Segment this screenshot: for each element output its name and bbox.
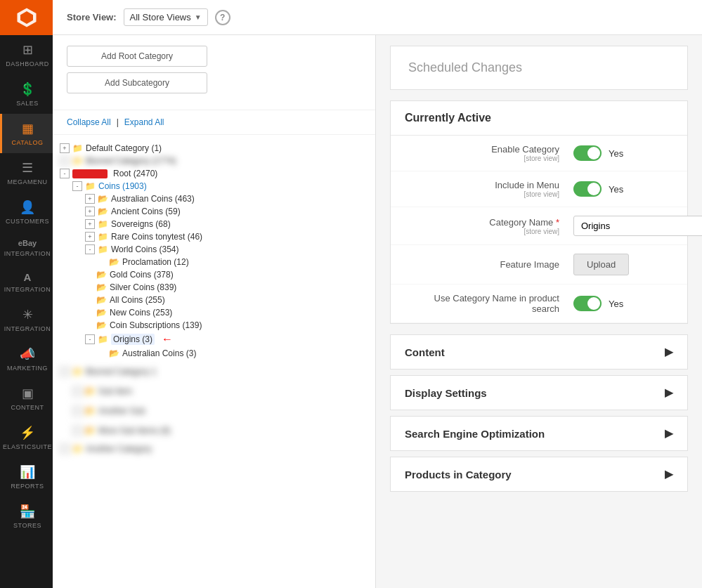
products-in-category-section: Products in Category ▶ [390,457,688,492]
tree-item-label: Proclamation (12) [122,257,189,267]
tree-controls-separator: | [117,117,119,127]
redacted-label [72,169,108,178]
tree-item-coin-subscriptions[interactable]: 📂 Coin Subscriptions (139) [85,319,368,332]
tree-item-label: Coins (1903) [98,181,147,191]
tree-item-australian-coins-origins[interactable]: 📂 Australian Coins (3) [98,347,368,360]
enable-category-toggle[interactable] [573,145,602,161]
sales-icon: 💲 [20,81,35,97]
sidebar-item-stores[interactable]: 🏪 STORES [0,497,53,536]
ebay-icon: eBay [18,239,37,247]
sidebar-item-content[interactable]: ▣ CONTENT [0,379,53,418]
use-category-name-toggle[interactable] [573,296,602,311]
expand-icon[interactable]: + [85,207,95,216]
use-category-name-label: Use Category Name in product search [405,293,573,314]
sidebar-item-label: CATALOG [11,139,43,146]
tree-item-coins[interactable]: - 📁 Coins (1903) [72,180,368,192]
scheduled-changes-box: Scheduled Changes [390,46,688,90]
products-in-category-header[interactable]: Products in Category ▶ [391,457,687,491]
sidebar-item-marketing[interactable]: 📣 MARKETING [0,339,53,379]
seo-section-header[interactable]: Search Engine Optimization ▶ [391,417,687,450]
collapse-all-link[interactable]: Collapse All [67,117,111,127]
tree-item-default[interactable]: + 📁 Default Category (1) [60,142,368,155]
integration-icon: ✳ [22,307,33,322]
add-root-category-button[interactable]: Add Root Category [67,46,207,67]
sidebar-item-label: INTEGRATION [4,286,51,293]
sidebar-item-customers[interactable]: 👤 CUSTOMERS [0,192,53,232]
expand-icon[interactable]: + [85,219,95,229]
expand-icon[interactable]: + [85,232,95,242]
sidebar-item-catalog[interactable]: ▦ CATALOG [0,114,53,153]
sidebar-item-label: SALES [16,100,39,107]
upload-button[interactable]: Upload [573,254,629,275]
category-name-value [573,216,702,236]
right-panel: Scheduled Changes Currently Active Enabl… [376,35,702,588]
include-in-menu-label: Include in Menu [store view] [405,180,573,198]
tree-item-root[interactable]: - Root (2470) [60,167,368,180]
enable-category-toggle-label: Yes [609,148,623,159]
store-view-value: All Store Views [130,12,191,22]
tree-item-australian-coins[interactable]: + 📂 Australian Coins (463) [85,192,368,205]
add-subcategory-button[interactable]: Add Subcategory [67,72,207,93]
blurred-tree-area: + 📁 Blurred Category 1 + 📂 Sub Item + 📂 [60,365,368,455]
content-icon: ▣ [22,386,34,401]
red-arrow-icon: ← [162,333,173,346]
folder-icon: 📂 [96,295,107,305]
expand-icon[interactable]: - [60,169,70,178]
currently-active-section: Currently Active Enable Category [store … [390,100,688,324]
sidebar-item-megamenu[interactable]: ☰ MEGAMENU [0,153,53,192]
sidebar-item-elasticsuite[interactable]: ⚡ ELASTICSUITE [0,418,53,457]
include-in-menu-toggle[interactable] [573,181,602,197]
tree-item-proclamation[interactable]: 📂 Proclamation (12) [98,256,368,268]
expand-icon[interactable]: + [85,194,95,204]
tree-item-rare-coins[interactable]: + 📁 Rare Coins tonytest (46) [85,230,368,243]
sidebar-item-label: CONTENT [11,404,44,411]
tree-controls: Collapse All | Expand All [53,110,375,135]
sidebar-item-sales[interactable]: 💲 SALES [0,74,53,114]
expand-icon[interactable]: - [72,181,82,191]
include-in-menu-toggle-label: Yes [609,184,623,195]
expand-icon[interactable]: - [85,334,95,344]
display-settings-section: Display Settings ▶ [390,375,688,410]
folder-icon: 📁 [85,181,96,191]
sidebar-item-label: REPORTS [11,483,44,490]
chevron-icon: ▶ [665,386,673,399]
dashboard-icon: ⊞ [22,42,33,58]
sidebar-item-label: DASHBOARD [6,60,49,67]
sidebar-item-dashboard[interactable]: ⊞ DASHBOARD [0,35,53,74]
category-name-input[interactable] [573,216,702,236]
expand-icon[interactable]: + [60,143,70,153]
main-content: Store View: All Store Views ▼ ? Add Root… [53,0,702,588]
tree-item-all-coins[interactable]: 📂 All Coins (255) [85,294,368,306]
sidebar-item-ebay-integration[interactable]: eBay INTEGRATION [0,232,53,264]
tree-item-label: Rare Coins tonytest (46) [111,232,202,242]
chevron-icon: ▶ [665,468,673,481]
expand-icon[interactable]: - [85,244,95,254]
include-in-menu-value: Yes [573,181,673,197]
feature-image-row: Feature Image Upload [391,245,687,285]
use-category-name-toggle-label: Yes [609,299,623,309]
tree-item-label: Sovereigns (68) [111,219,171,229]
content-section-header[interactable]: Content ▶ [391,335,687,369]
sidebar-item-reports[interactable]: 📊 REPORTS [0,457,53,497]
category-actions: Add Root Category Add Subcategory [53,35,375,110]
tree-subtree-world-coins: 📂 Proclamation (12) [85,256,368,268]
chevron-icon: ▶ [665,346,673,358]
sidebar-item-label: INTEGRATION [4,250,51,257]
tree-item-silver-coins[interactable]: 📂 Silver Coins (839) [85,281,368,294]
marketing-icon: 📣 [20,346,35,362]
sidebar-item-integration[interactable]: ✳ INTEGRATION [0,300,53,339]
sidebar-item-amazon-integration[interactable]: A INTEGRATION [0,264,53,300]
tree-item-world-coins[interactable]: - 📁 World Coins (354) [85,243,368,256]
expand-all-link[interactable]: Expand All [124,117,164,127]
tree-item-gold-coins[interactable]: 📂 Gold Coins (378) [85,268,368,281]
help-icon[interactable]: ? [215,10,230,25]
tree-item-sovereigns[interactable]: + 📁 Sovereigns (68) [85,218,368,230]
tree-subtree-origins: 📂 Australian Coins (3) [85,347,368,360]
display-settings-header[interactable]: Display Settings ▶ [391,376,687,410]
tree-item-origins[interactable]: - 📁 Origins (3) ← [85,332,368,347]
seo-section: Search Engine Optimization ▶ [390,416,688,451]
tree-item-ancient-coins[interactable]: + 📂 Ancient Coins (59) [85,205,368,218]
tree-item-label: Default Category (1) [86,143,162,153]
tree-item-new-coins[interactable]: 📂 New Coins (253) [85,306,368,319]
store-view-selector[interactable]: All Store Views ▼ [124,8,208,26]
